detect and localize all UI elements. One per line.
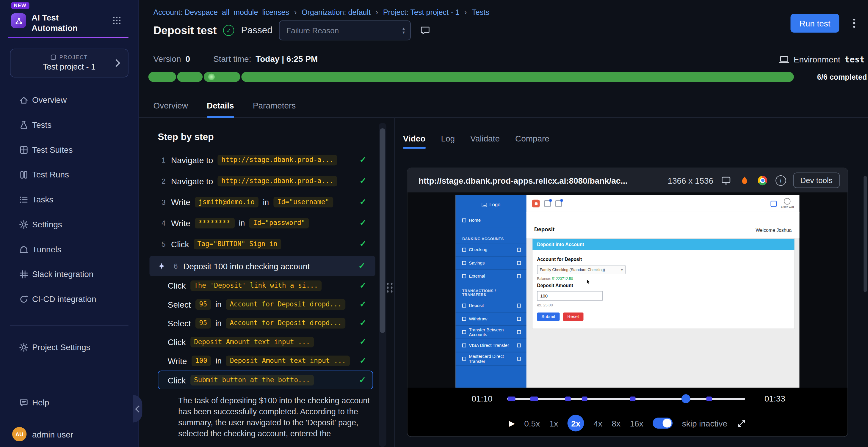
laptop-icon	[779, 54, 789, 65]
speed-0_5x[interactable]: 0.5x	[524, 418, 540, 428]
substep-row-5[interactable]: Write 100 in Deposit Amount text input .…	[149, 351, 377, 370]
step-target-chip: Submit button at the botto...	[190, 375, 314, 385]
sidebar-item-cicd-integration[interactable]: CI-CD integration	[0, 286, 138, 311]
progress-segment[interactable]	[177, 72, 203, 82]
tab-video[interactable]: Video	[403, 134, 426, 148]
sidebar-item-tests[interactable]: Tests	[0, 112, 138, 137]
right-tabs: Video Log Validate Compare	[403, 134, 550, 148]
main-content: Account: Devspace_all_module_licenses › …	[138, 0, 868, 447]
substep-row-6-selected[interactable]: Click Submit button at the botto... ✓	[158, 371, 373, 389]
skip-inactive-toggle[interactable]	[653, 418, 673, 428]
fullscreen-icon[interactable]	[737, 418, 746, 428]
step-number: 4	[158, 219, 165, 227]
progress-segment[interactable]	[149, 72, 176, 82]
bank-submit-button: Submit	[537, 312, 560, 321]
sidebar-item-project-settings[interactable]: Project Settings	[0, 335, 138, 359]
bank-nav-savings: Savings	[456, 256, 527, 270]
step-row-4[interactable]: 4 Write ******** in Id="password" ✓	[149, 212, 377, 234]
play-button[interactable]: ▶	[509, 419, 515, 428]
step-row-3[interactable]: 3 Write jsmith@demo.io in Id="username" …	[149, 192, 377, 212]
step-value-chip: 95	[195, 318, 211, 328]
video-viewport[interactable]: Logo Home BANKING ACCOUNTS Checking Savi…	[407, 193, 847, 388]
time-current: 01:10	[472, 394, 493, 403]
bank-topbar-right: User wal	[770, 198, 794, 209]
step-row-1[interactable]: 1 Navigate to http://stage.dbank.prod-a.…	[149, 149, 377, 170]
panel-divider	[394, 117, 395, 447]
bank-logo-text: Logo	[489, 202, 500, 207]
tab-parameters[interactable]: Parameters	[253, 101, 296, 117]
breadcrumb-tests[interactable]: Tests	[472, 8, 489, 16]
failure-reason-placeholder: Failure Reason	[286, 26, 402, 35]
bank-transactions-header: TRANSACTIONS / TRANSFERS	[456, 283, 527, 299]
speed-4x[interactable]: 4x	[593, 418, 602, 428]
speed-1x[interactable]: 1x	[550, 418, 558, 428]
failure-reason-select[interactable]: Failure Reason ▴▾	[279, 21, 411, 40]
bank-nav-withdraw: Withdraw	[456, 312, 527, 326]
incognito-flame-icon[interactable]	[739, 175, 750, 186]
more-menu-icon[interactable]	[850, 17, 858, 29]
page-scrollbar-thumb[interactable]	[864, 176, 867, 292]
app-name-line2: Automation	[32, 23, 78, 33]
substep-row-1[interactable]: Click The 'Deposit' link with a si... ✓	[149, 276, 377, 295]
chrome-icon[interactable]	[757, 175, 768, 186]
tab-details[interactable]: Details	[207, 101, 234, 117]
monitor-icon[interactable]	[720, 175, 732, 186]
step-group-row[interactable]: 6 Deposit 100 into checking account ✓	[149, 256, 375, 276]
step-row-5[interactable]: 5 Click Tag="BUTTON" Sign in ✓	[149, 233, 377, 254]
bank-user-avatar: User wal	[781, 198, 794, 209]
speed-2x-active[interactable]: 2x	[567, 415, 584, 432]
sidebar-item-tasks[interactable]: Tasks	[0, 187, 138, 212]
panel-resize-handle[interactable]	[385, 280, 394, 296]
bank-nav-mastercard: Mastercard Direct Transfer	[456, 352, 527, 366]
breadcrumb-account[interactable]: Account: Devspace_all_module_licenses	[153, 8, 289, 16]
sidebar-item-slack-integration[interactable]: Slack integration	[0, 262, 138, 286]
tab-log[interactable]: Log	[441, 134, 455, 148]
sidebar-help: Help	[0, 390, 138, 415]
mouse-cursor-icon	[586, 279, 592, 285]
start-time-value: Today | 6:25 PM	[255, 54, 318, 64]
step-action: Write	[168, 356, 187, 366]
bank-sidebar: Logo Home BANKING ACCOUNTS Checking Savi…	[456, 195, 527, 388]
environment-info: Environment test	[779, 54, 865, 65]
progress-segment[interactable]	[204, 72, 240, 82]
video-resolution: 1366 x 1536	[668, 176, 713, 185]
user-menu[interactable]: AU admin user	[0, 423, 138, 445]
substep-row-3[interactable]: Select 95 in Account for Deposit dropd..…	[149, 314, 377, 332]
bank-nav-checking: Checking	[456, 243, 527, 257]
bank-logo: Logo	[456, 195, 527, 214]
sidebar-item-test-suites[interactable]: Test Suites	[0, 137, 138, 162]
steps-scrollbar-thumb[interactable]	[380, 128, 385, 333]
progress-text: 6/6 completed	[817, 73, 867, 81]
breadcrumb-project[interactable]: Project: Test project - 1	[383, 8, 459, 16]
substep-row-2[interactable]: Select 95 in Account for Deposit dropd..…	[149, 295, 377, 314]
step-connector: in	[216, 356, 222, 365]
comment-icon[interactable]	[420, 25, 431, 36]
timeline-playhead[interactable]	[681, 394, 690, 403]
sidebar-item-settings[interactable]: Settings	[0, 212, 138, 237]
speed-8x[interactable]: 8x	[612, 418, 620, 428]
progress-segment[interactable]	[241, 72, 794, 82]
tab-validate[interactable]: Validate	[470, 134, 500, 148]
breadcrumb-separator: ›	[376, 8, 378, 16]
speed-16x[interactable]: 16x	[630, 418, 643, 428]
sidebar-item-test-runs[interactable]: Test Runs	[0, 162, 138, 187]
breadcrumb-organization[interactable]: Organization: default	[302, 8, 371, 16]
step-row-2[interactable]: 2 Navigate to http://stage.dbank.prod-a.…	[149, 170, 377, 192]
apps-grid-icon[interactable]	[113, 16, 121, 25]
sidebar-item-overview[interactable]: Overview	[0, 88, 138, 112]
sidebar-item-tunnels[interactable]: Tunnels	[0, 237, 138, 262]
run-test-button[interactable]: Run test	[790, 14, 839, 33]
step-action: Click	[168, 337, 186, 347]
timeline-track[interactable]	[507, 398, 745, 400]
title-row: Deposit test ✓ Passed Failure Reason ▴▾	[153, 20, 431, 41]
step-number: 2	[158, 177, 165, 185]
substep-row-4[interactable]: Click Deposit Amount text input ... ✓	[149, 332, 377, 351]
tab-overview[interactable]: Overview	[153, 101, 188, 117]
app-window: NEW AI Test Automation PROJECT Test p	[0, 0, 868, 447]
sidebar-item-help[interactable]: Help	[0, 390, 138, 415]
dev-tools-button[interactable]: Dev tools	[793, 173, 840, 188]
breadcrumb-separator: ›	[294, 8, 297, 16]
info-icon[interactable]: i	[775, 175, 786, 185]
tab-compare[interactable]: Compare	[515, 134, 550, 148]
project-selector[interactable]: PROJECT Test project - 1	[10, 49, 128, 77]
